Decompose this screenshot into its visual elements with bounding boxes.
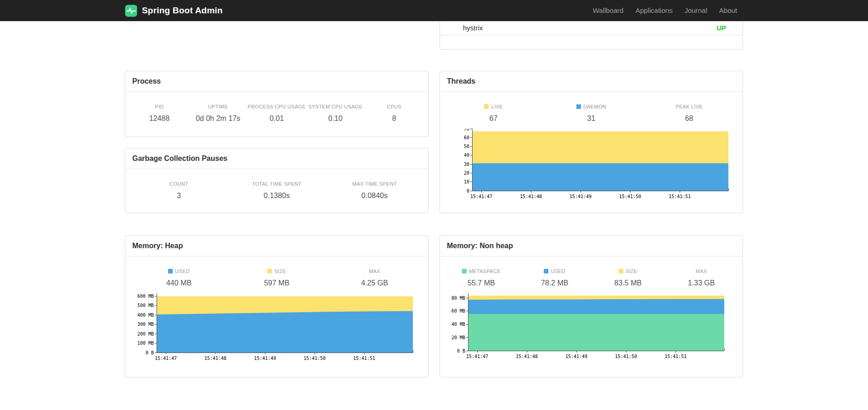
stat-label: SYSTEM CPU USAGE [306,104,365,109]
heap-legend: USED 440 MB SIZE 597 MB MAX 4.25 GB [125,256,428,287]
svg-text:15:41:49: 15:41:49 [569,194,592,199]
stat-value: 4.25 GB [326,279,423,287]
stat-label: PEAK LIVE [640,104,738,109]
svg-text:40: 40 [464,153,469,158]
stat-nonheap-metaspace: METASPACE 55.7 MB [445,268,518,287]
stat-label: SIZE [592,268,665,274]
svg-text:15:41:51: 15:41:51 [669,194,691,199]
brand[interactable]: Spring Boot Admin [125,5,223,17]
stat-label: MAX [665,268,738,274]
garbage-collection-panel: Garbage Collection Pauses COUNT 3 TOTAL … [125,148,428,213]
nav-item-journal[interactable]: Journal [679,0,713,21]
stat-value: 0.10 [306,114,365,123]
stat-label: COUNT [130,181,228,187]
threads-panel-title: Threads [440,71,743,92]
stat-value: 3 [130,192,228,200]
svg-text:15:41:50: 15:41:50 [615,354,637,359]
svg-text:400 MB: 400 MB [137,313,154,318]
svg-text:0 B: 0 B [146,350,154,355]
svg-text:600 MB: 600 MB [137,294,154,299]
svg-text:0 B: 0 B [457,348,465,353]
stat-threads-daemon: DAEMON 31 [542,104,640,123]
svg-text:80 MB: 80 MB [451,296,465,301]
legend-swatch-live-icon [484,104,489,109]
stat-nonheap-used: USED 78.2 MB [518,268,592,287]
svg-text:500 MB: 500 MB [137,303,154,308]
legend-swatch-size-icon [267,269,272,273]
memory-heap-panel: Memory: Heap USED 440 MB SIZE 597 MB MAX… [125,235,428,377]
garbage-collection-panel-title: Garbage Collection Pauses [125,148,428,169]
svg-text:20: 20 [464,171,469,176]
legend-swatch-daemon-icon [576,104,581,109]
stat-value: 8 [365,114,423,123]
svg-text:20 MB: 20 MB [451,335,465,340]
svg-text:15:41:47: 15:41:47 [155,356,177,361]
stat-process-cpu-usage: PROCESS CPU USAGE 0.01 [248,104,306,123]
legend-swatch-metaspace-icon [462,269,467,273]
spring-boot-admin-logo-icon [125,5,137,17]
stat-threads-peak-live: PEAK LIVE 68 [640,104,738,123]
nav-item-applications[interactable]: Applications [630,0,679,21]
stat-label: METASPACE [445,268,518,274]
legend-swatch-used-icon [544,269,548,273]
svg-text:60: 60 [464,135,469,140]
stat-heap-size: SIZE 597 MB [228,268,326,287]
left-column: Process PID 12488 UPTIME 0d 0h 2m 17s PR… [125,21,428,377]
status-badge: UP [716,24,726,32]
svg-text:0: 0 [467,188,469,194]
svg-text:15:41:51: 15:41:51 [353,356,375,361]
stat-gc-total-time: TOTAL TIME SPENT 0.1380s [228,181,326,200]
gc-stats: COUNT 3 TOTAL TIME SPENT 0.1380s MAX TIM… [125,169,428,213]
nav-item-about[interactable]: About [713,0,743,21]
memory-nonheap-panel-title: Memory: Non heap [440,236,743,256]
stat-system-cpu-usage: SYSTEM CPU USAGE 0.10 [306,104,365,123]
navbar-links: Wallboard Applications Journal About [587,0,743,21]
stat-value: 67 [445,114,542,123]
svg-text:50: 50 [464,144,469,149]
stat-value: 55.7 MB [445,279,518,287]
svg-text:15:41:49: 15:41:49 [565,354,587,359]
brand-title: Spring Boot Admin [142,6,223,16]
svg-text:15:41:48: 15:41:48 [516,354,538,359]
stat-label: LIVE [445,104,542,109]
stat-value: 83.5 MB [592,279,665,287]
svg-text:30: 30 [464,162,469,167]
svg-text:15:41:47: 15:41:47 [470,194,492,199]
svg-text:15:41:48: 15:41:48 [520,194,542,199]
legend-swatch-used-icon [168,269,173,273]
stat-label: PROCESS CPU USAGE [248,104,306,109]
process-panel-title: Process [125,71,428,92]
stat-value: 78.2 MB [518,279,592,287]
svg-text:15:41:49: 15:41:49 [254,356,276,361]
memory-nonheap-panel: Memory: Non heap METASPACE 55.7 MB USED … [440,235,743,377]
svg-text:15:41:47: 15:41:47 [466,354,488,359]
stat-label: TOTAL TIME SPENT [228,181,326,187]
stat-label: MAX [326,268,423,274]
health-row-hystrix: hystrix UP [440,21,743,35]
stat-value: 440 MB [130,279,228,287]
svg-text:100 MB: 100 MB [137,341,154,346]
main-content: Process PID 12488 UPTIME 0d 0h 2m 17s PR… [125,21,743,377]
stat-gc-max-time: MAX TIME SPENT 0.0840s [326,181,423,200]
nav-item-wallboard[interactable]: Wallboard [587,0,630,21]
stat-label: PID [130,104,189,109]
stat-value: 597 MB [228,279,326,287]
svg-text:15:41:51: 15:41:51 [665,354,687,359]
stat-heap-max: MAX 4.25 GB [326,268,423,287]
stat-cpus: CPUS 8 [365,104,423,123]
memory-heap-chart: 0 B100 MB200 MB300 MB400 MB500 MB600 MB1… [125,293,428,365]
svg-text:200 MB: 200 MB [137,331,154,336]
stat-value: 12488 [130,114,189,123]
right-column: hystrix UP Threads LIVE 67 DAEMON 31 PEA… [440,21,743,377]
stat-value: 1.33 GB [665,279,738,287]
stat-uptime: UPTIME 0d 0h 2m 17s [189,104,248,123]
svg-text:300 MB: 300 MB [137,322,154,327]
process-panel: Process PID 12488 UPTIME 0d 0h 2m 17s PR… [125,71,428,137]
stat-label: UPTIME [189,104,248,109]
stat-label: MAX TIME SPENT [326,181,423,187]
stat-value: 0.01 [248,114,306,123]
stat-label: DAEMON [542,104,640,109]
health-panel-fragment: hystrix UP [440,21,743,50]
svg-text:60 MB: 60 MB [451,308,465,313]
stat-label: USED [518,268,592,274]
